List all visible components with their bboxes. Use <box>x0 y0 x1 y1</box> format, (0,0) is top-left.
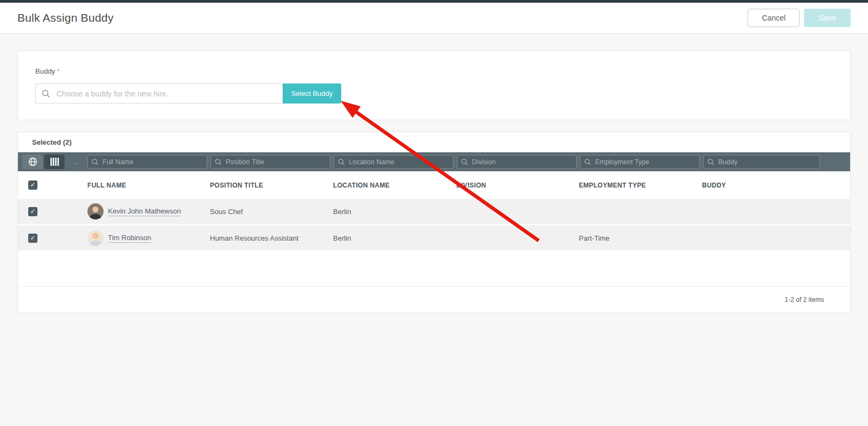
filter-field-position-title <box>210 155 330 169</box>
column-header-full-name: FULL NAME <box>87 182 210 189</box>
column-header-buddy: BUDDY <box>702 182 850 189</box>
select-all-cell: ✓ <box>18 180 87 190</box>
filter-bar: → <box>18 152 850 171</box>
pagination-bar: 1-2 of 2 items <box>18 286 850 313</box>
columns-icon <box>50 158 59 166</box>
column-header-division: DIVISION <box>456 182 579 189</box>
row-checkbox[interactable]: ✓ <box>28 207 37 216</box>
position-title-cell: Sous Chef <box>210 208 333 216</box>
filter-input-location-name[interactable] <box>334 155 454 169</box>
table-row: ✓ Kevin John Mathewson Sous Chef Berlin <box>18 199 850 224</box>
required-asterisk: * <box>57 67 60 75</box>
selected-panel-card: Selected (2) <box>17 132 851 313</box>
select-all-checkbox[interactable]: ✓ <box>28 180 37 190</box>
location-name-cell: Berlin <box>333 208 456 216</box>
filter-inputs <box>87 155 820 169</box>
save-button[interactable]: Save <box>804 9 851 27</box>
buddy-field-label: Buddy* <box>35 67 833 75</box>
arrow-right-icon: → <box>65 158 87 166</box>
full-name-cell: Kevin John Mathewson <box>87 203 210 220</box>
filter-field-division <box>457 155 577 169</box>
main-content: Buddy* Select Buddy Selected (2) <box>0 34 868 313</box>
row-checkbox[interactable]: ✓ <box>28 234 37 243</box>
column-header-position-title: POSITION TITLE <box>210 182 333 189</box>
location-name-cell: Berlin <box>333 234 456 242</box>
globe-icon <box>28 157 37 166</box>
buddy-search-box <box>35 83 283 104</box>
filter-field-full-name <box>87 155 207 169</box>
page-title: Bulk Assign Buddy <box>17 11 113 24</box>
filter-input-employment-type[interactable] <box>580 155 700 169</box>
columns-view-button[interactable] <box>44 154 65 169</box>
buddy-input-row: Select Buddy <box>35 83 833 104</box>
row-select-cell: ✓ <box>18 234 87 243</box>
filter-field-employment-type <box>580 155 700 169</box>
column-header-location-name: LOCATION NAME <box>333 182 456 189</box>
avatar <box>87 230 104 246</box>
row-select-cell: ✓ <box>18 207 87 216</box>
cancel-button[interactable]: Cancel <box>748 9 800 27</box>
buddy-form-card: Buddy* Select Buddy <box>17 50 851 120</box>
filter-input-position-title[interactable] <box>210 155 330 169</box>
filter-input-division[interactable] <box>457 155 577 169</box>
buddy-search-input[interactable] <box>35 83 283 104</box>
filter-input-full-name[interactable] <box>87 155 207 169</box>
view-toggle <box>22 154 65 169</box>
avatar-photo <box>87 230 104 246</box>
full-name-cell: Tim Robinson <box>87 230 210 246</box>
filter-field-buddy <box>703 155 820 169</box>
app-header: Bulk Assign Buddy Cancel Save <box>0 3 868 34</box>
employee-name-link[interactable]: Kevin John Mathewson <box>108 207 181 216</box>
column-header-employment-type: EMPLOYMENT TYPE <box>579 182 702 189</box>
empty-table-area <box>18 252 850 286</box>
table-header-row: ✓ FULL NAME POSITION TITLE LOCATION NAME… <box>18 171 850 199</box>
employment-type-cell: Part-Time <box>579 234 702 242</box>
buddy-label-text: Buddy <box>35 67 55 75</box>
filter-field-location-name <box>334 155 454 169</box>
position-title-cell: Human Resources Assistant <box>210 234 333 242</box>
globe-view-button[interactable] <box>22 154 43 169</box>
avatar <box>87 203 104 220</box>
selected-panel-title: Selected (2) <box>18 132 850 152</box>
pagination-summary: 1-2 of 2 items <box>784 296 824 304</box>
filter-input-buddy[interactable] <box>703 155 820 169</box>
select-buddy-button[interactable]: Select Buddy <box>283 83 341 104</box>
employee-name-link[interactable]: Tim Robinson <box>108 234 151 243</box>
table-row: ✓ Tim Robinson Human Resources Assistant… <box>18 225 850 250</box>
header-actions: Cancel Save <box>748 9 851 27</box>
avatar-photo <box>87 203 104 220</box>
